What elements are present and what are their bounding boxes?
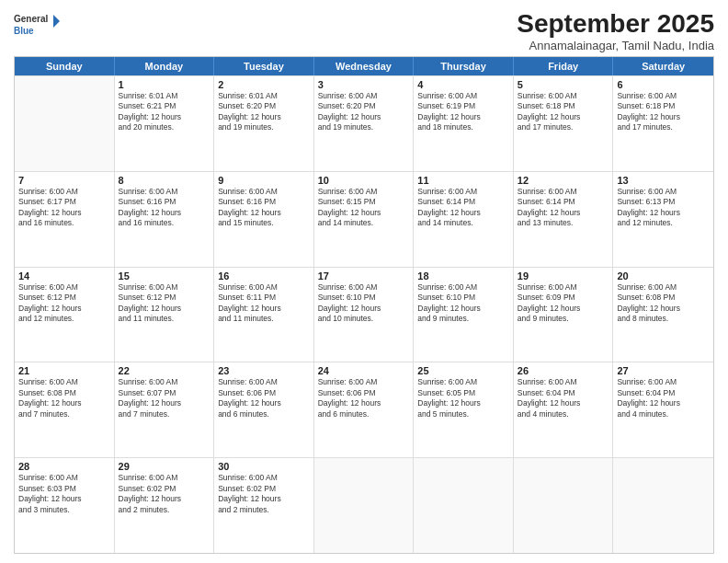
cal-cell: 28Sunrise: 6:00 AM Sunset: 6:03 PM Dayli… xyxy=(15,458,115,553)
location: Annamalainagar, Tamil Nadu, India xyxy=(517,39,714,52)
cal-cell: 26Sunrise: 6:00 AM Sunset: 6:04 PM Dayli… xyxy=(514,362,614,457)
cal-cell: 24Sunrise: 6:00 AM Sunset: 6:06 PM Dayli… xyxy=(314,362,415,457)
logo-svg: General Blue xyxy=(14,9,60,42)
day-number: 7 xyxy=(18,175,110,186)
cell-text: Sunrise: 6:01 AM Sunset: 6:21 PM Dayligh… xyxy=(119,91,210,133)
cal-cell: 4Sunrise: 6:00 AM Sunset: 6:19 PM Daylig… xyxy=(414,76,514,171)
cal-cell xyxy=(414,458,514,553)
day-number: 1 xyxy=(119,79,210,90)
day-header-sunday: Sunday xyxy=(15,57,115,75)
cell-text: Sunrise: 6:00 AM Sunset: 6:08 PM Dayligh… xyxy=(617,282,710,325)
calendar: SundayMondayTuesdayWednesdayThursdayFrid… xyxy=(14,56,714,554)
day-number: 6 xyxy=(617,79,710,90)
day-number: 23 xyxy=(218,365,310,376)
day-number: 15 xyxy=(119,270,210,282)
week-row-3: 21Sunrise: 6:00 AM Sunset: 6:08 PM Dayli… xyxy=(15,362,713,457)
cal-cell: 15Sunrise: 6:00 AM Sunset: 6:12 PM Dayli… xyxy=(115,268,215,362)
week-row-2: 14Sunrise: 6:00 AM Sunset: 6:12 PM Dayli… xyxy=(15,267,713,362)
day-number: 21 xyxy=(18,365,110,376)
header: General Blue September 2025 Annamalainag… xyxy=(14,9,714,52)
cell-text: Sunrise: 6:00 AM Sunset: 6:20 PM Dayligh… xyxy=(318,91,410,133)
calendar-header: SundayMondayTuesdayWednesdayThursdayFrid… xyxy=(15,57,713,75)
day-number: 19 xyxy=(518,270,609,282)
day-header-saturday: Saturday xyxy=(613,57,713,75)
cal-cell: 22Sunrise: 6:00 AM Sunset: 6:07 PM Dayli… xyxy=(115,362,215,457)
week-row-0: 1Sunrise: 6:01 AM Sunset: 6:21 PM Daylig… xyxy=(15,75,713,171)
cell-text: Sunrise: 6:00 AM Sunset: 6:12 PM Dayligh… xyxy=(18,282,110,325)
cal-cell: 6Sunrise: 6:00 AM Sunset: 6:18 PM Daylig… xyxy=(613,76,713,171)
cal-cell xyxy=(514,458,614,553)
cal-cell: 2Sunrise: 6:01 AM Sunset: 6:20 PM Daylig… xyxy=(214,76,314,171)
cell-text: Sunrise: 6:00 AM Sunset: 6:03 PM Dayligh… xyxy=(18,473,110,515)
cal-cell: 20Sunrise: 6:00 AM Sunset: 6:08 PM Dayli… xyxy=(613,268,713,362)
cell-text: Sunrise: 6:00 AM Sunset: 6:16 PM Dayligh… xyxy=(119,187,210,229)
cell-text: Sunrise: 6:00 AM Sunset: 6:04 PM Dayligh… xyxy=(518,377,609,419)
day-number: 20 xyxy=(617,270,710,282)
day-number: 24 xyxy=(318,365,410,376)
cal-cell: 13Sunrise: 6:00 AM Sunset: 6:13 PM Dayli… xyxy=(613,172,713,267)
day-number: 11 xyxy=(417,175,509,186)
logo: General Blue xyxy=(14,9,60,42)
cal-cell: 29Sunrise: 6:00 AM Sunset: 6:02 PM Dayli… xyxy=(115,458,215,553)
day-header-friday: Friday xyxy=(514,57,614,75)
day-number: 14 xyxy=(18,270,110,282)
cell-text: Sunrise: 6:00 AM Sunset: 6:16 PM Dayligh… xyxy=(218,187,310,229)
cal-cell xyxy=(15,76,115,171)
cal-cell: 30Sunrise: 6:00 AM Sunset: 6:02 PM Dayli… xyxy=(214,458,314,553)
cal-cell: 7Sunrise: 6:00 AM Sunset: 6:17 PM Daylig… xyxy=(15,172,115,267)
day-number: 27 xyxy=(617,365,710,376)
day-number: 29 xyxy=(119,461,210,472)
cal-cell: 1Sunrise: 6:01 AM Sunset: 6:21 PM Daylig… xyxy=(115,76,215,171)
day-number: 28 xyxy=(18,461,110,472)
day-number: 9 xyxy=(218,175,310,186)
cell-text: Sunrise: 6:00 AM Sunset: 6:18 PM Dayligh… xyxy=(518,91,609,133)
day-number: 2 xyxy=(218,79,310,90)
cal-cell: 11Sunrise: 6:00 AM Sunset: 6:14 PM Dayli… xyxy=(414,172,514,267)
cell-text: Sunrise: 6:00 AM Sunset: 6:10 PM Dayligh… xyxy=(318,282,410,325)
day-number: 30 xyxy=(218,461,310,472)
day-number: 3 xyxy=(318,79,410,90)
cal-cell: 23Sunrise: 6:00 AM Sunset: 6:06 PM Dayli… xyxy=(214,362,314,457)
day-number: 25 xyxy=(417,365,509,376)
day-number: 17 xyxy=(318,270,410,282)
cal-cell: 17Sunrise: 6:00 AM Sunset: 6:10 PM Dayli… xyxy=(314,268,415,362)
cal-cell: 27Sunrise: 6:00 AM Sunset: 6:04 PM Dayli… xyxy=(613,362,713,457)
day-header-tuesday: Tuesday xyxy=(214,57,314,75)
cal-cell: 12Sunrise: 6:00 AM Sunset: 6:14 PM Dayli… xyxy=(514,172,614,267)
cell-text: Sunrise: 6:00 AM Sunset: 6:05 PM Dayligh… xyxy=(417,377,509,419)
cell-text: Sunrise: 6:00 AM Sunset: 6:07 PM Dayligh… xyxy=(119,377,210,419)
cal-cell: 14Sunrise: 6:00 AM Sunset: 6:12 PM Dayli… xyxy=(15,268,115,362)
cell-text: Sunrise: 6:00 AM Sunset: 6:12 PM Dayligh… xyxy=(119,282,210,325)
week-row-4: 28Sunrise: 6:00 AM Sunset: 6:03 PM Dayli… xyxy=(15,457,713,553)
day-number: 12 xyxy=(518,175,609,186)
cal-cell: 16Sunrise: 6:00 AM Sunset: 6:11 PM Dayli… xyxy=(214,268,314,362)
svg-marker-2 xyxy=(53,15,60,28)
page: General Blue September 2025 Annamalainag… xyxy=(0,0,728,563)
day-number: 4 xyxy=(417,79,509,90)
cal-cell: 21Sunrise: 6:00 AM Sunset: 6:08 PM Dayli… xyxy=(15,362,115,457)
cell-text: Sunrise: 6:00 AM Sunset: 6:04 PM Dayligh… xyxy=(617,377,710,419)
cal-cell xyxy=(613,458,713,553)
title-block: September 2025 Annamalainagar, Tamil Nad… xyxy=(517,9,714,52)
cell-text: Sunrise: 6:01 AM Sunset: 6:20 PM Dayligh… xyxy=(218,91,310,133)
cell-text: Sunrise: 6:00 AM Sunset: 6:17 PM Dayligh… xyxy=(18,187,110,229)
day-number: 13 xyxy=(617,175,710,186)
cell-text: Sunrise: 6:00 AM Sunset: 6:02 PM Dayligh… xyxy=(218,473,310,515)
cell-text: Sunrise: 6:00 AM Sunset: 6:10 PM Dayligh… xyxy=(417,282,509,325)
cell-text: Sunrise: 6:00 AM Sunset: 6:13 PM Dayligh… xyxy=(617,187,710,229)
day-number: 10 xyxy=(318,175,410,186)
cal-cell: 19Sunrise: 6:00 AM Sunset: 6:09 PM Dayli… xyxy=(514,268,614,362)
day-header-thursday: Thursday xyxy=(414,57,514,75)
cell-text: Sunrise: 6:00 AM Sunset: 6:06 PM Dayligh… xyxy=(218,377,310,419)
cal-cell: 9Sunrise: 6:00 AM Sunset: 6:16 PM Daylig… xyxy=(214,172,314,267)
month-title: September 2025 xyxy=(517,9,714,39)
cell-text: Sunrise: 6:00 AM Sunset: 6:09 PM Dayligh… xyxy=(518,282,609,325)
cell-text: Sunrise: 6:00 AM Sunset: 6:08 PM Dayligh… xyxy=(18,377,110,419)
cell-text: Sunrise: 6:00 AM Sunset: 6:11 PM Dayligh… xyxy=(218,282,310,325)
cell-text: Sunrise: 6:00 AM Sunset: 6:14 PM Dayligh… xyxy=(518,187,609,229)
day-number: 8 xyxy=(119,175,210,186)
cal-cell: 3Sunrise: 6:00 AM Sunset: 6:20 PM Daylig… xyxy=(314,76,415,171)
cell-text: Sunrise: 6:00 AM Sunset: 6:18 PM Dayligh… xyxy=(617,91,710,133)
cal-cell: 8Sunrise: 6:00 AM Sunset: 6:16 PM Daylig… xyxy=(115,172,215,267)
cal-cell xyxy=(314,458,415,553)
